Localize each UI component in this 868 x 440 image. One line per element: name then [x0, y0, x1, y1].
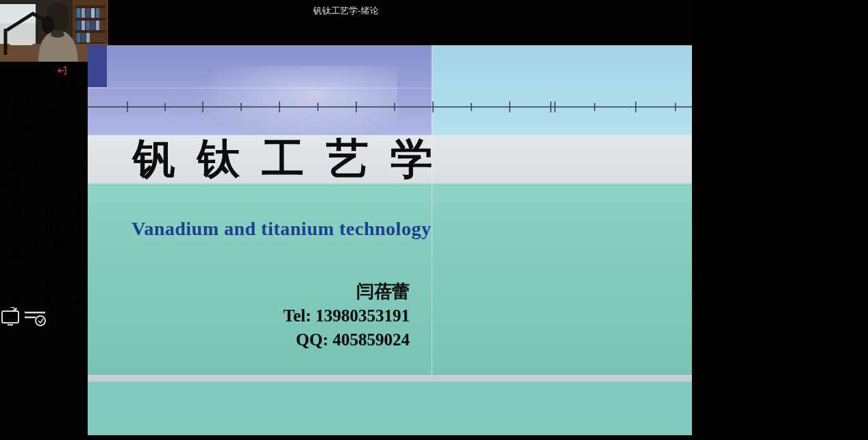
overlay-message-bubble: nice: [0, 151, 20, 162]
video-titlebar: 钒钛工艺学-绪论: [0, 0, 692, 19]
slide-horizontal-line: [88, 88, 432, 88]
overlay-message-bubble: 不错，挺流畅的: [0, 236, 77, 247]
presenting-label: 屏幕演示中: [0, 65, 55, 77]
video-area[interactable]: 钒钛工艺学-绪论 钒钛工艺学: [0, 0, 692, 440]
slide-author-name: 闫蓓蕾: [232, 279, 410, 304]
slide-subtitle: Vanadium and titanium technology: [132, 218, 431, 240]
slide-author-block: 闫蓓蕾 Tel: 13980353191 QQ: 405859024: [232, 279, 410, 352]
overlay-sender-name: 姜少娟: [0, 221, 33, 233]
overlay-sender-name: 刁毅: [0, 108, 22, 120]
slide-corner-decoration: [88, 45, 107, 87]
presentation-slide: 钒钛工艺学 Vanadium and titanium technology 闫…: [88, 45, 692, 435]
overlay-message-bubble: 46人: [0, 178, 23, 190]
slide-author-qq: QQ: 405859024: [232, 328, 410, 352]
overlay-message-time: 10:09:29: [28, 164, 71, 175]
exit-arrow-icon: [58, 66, 66, 75]
overlay-sender-name: 王明月: [0, 250, 33, 262]
overlay-message-time: 10:09:34: [39, 193, 82, 204]
overlay-sender-name: 张治国: [0, 137, 33, 149]
overlay-message-time: 10:10:16: [39, 279, 82, 291]
slide-panel-seam: [432, 45, 432, 375]
overlay-message-bubble: 我只是想想: [0, 265, 55, 276]
slide-gray-strip: [88, 375, 692, 382]
overlay-message-time: 10:10:01: [39, 221, 82, 233]
tab-interactive-messages[interactable]: 互动消息: [0, 80, 44, 91]
video-title: 钒钛工艺学-绪论: [0, 5, 692, 17]
overlay-message-time: 10:09:23: [28, 108, 71, 120]
overlay-message-time: 10:10:03: [39, 250, 82, 262]
overlay-sender-name: 安广萍: [0, 279, 33, 291]
overlay-sender-name: 余春燕: [0, 193, 33, 204]
overlay-message-bubble: 不错哦: [0, 123, 33, 134]
overlay-sender-name: 张毅: [0, 164, 22, 175]
slide-author-tel: Tel: 13980353191: [232, 304, 410, 328]
screen-share-icon[interactable]: [0, 307, 21, 328]
overlay-message-time: 10:09:26: [39, 137, 82, 149]
slide-title: 钒钛工艺学: [133, 135, 455, 183]
overlay-message-bubble: 王明月还想刷礼物: [0, 207, 88, 219]
app-window: 钒钛工艺学-绪论 钒钛工艺学: [0, 0, 868, 440]
slide-sky-right: [432, 45, 692, 148]
overlay-message-bubble: 好牛皮啊: [0, 94, 44, 106]
slide-sky-left: [88, 45, 432, 148]
slide-ruler-graphic: [88, 99, 692, 114]
whiteboard-icon[interactable]: [23, 307, 47, 328]
